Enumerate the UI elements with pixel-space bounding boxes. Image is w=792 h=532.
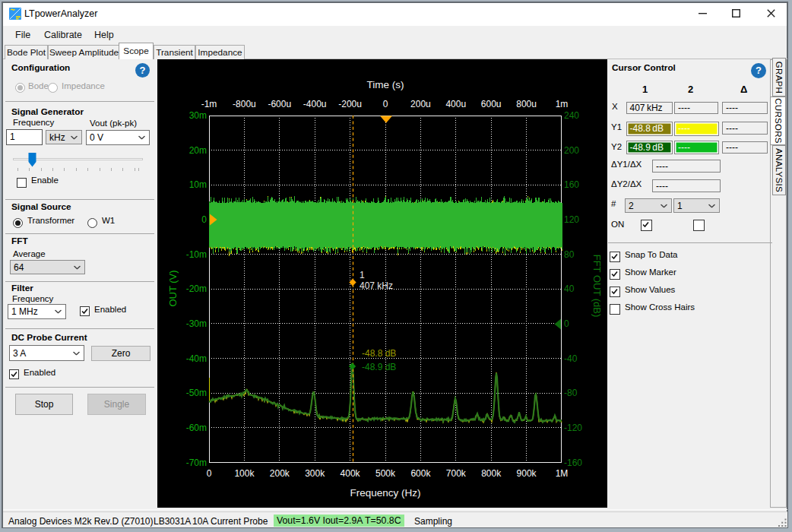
svg-text:-1m: -1m	[201, 99, 217, 109]
svg-text:Time (s): Time (s)	[367, 79, 404, 90]
svg-text:0: 0	[201, 214, 207, 225]
svg-text:-30m: -30m	[186, 318, 207, 329]
svg-text:300k: 300k	[305, 468, 325, 479]
svg-text:30m: 30m	[189, 110, 207, 121]
svg-text:FFT OUT (dB): FFT OUT (dB)	[591, 255, 603, 318]
svg-text:407 kHz: 407 kHz	[360, 280, 393, 291]
svg-text:-160: -160	[564, 458, 582, 468]
svg-text:-48.8 dB: -48.8 dB	[362, 348, 396, 359]
svg-text:200k: 200k	[270, 468, 290, 479]
svg-text:-80: -80	[564, 388, 578, 398]
svg-text:-120: -120	[564, 423, 582, 433]
svg-text:0: 0	[564, 318, 569, 329]
svg-text:100k: 100k	[234, 468, 255, 479]
svg-text:80: 80	[564, 249, 575, 260]
svg-text:1m: 1m	[556, 99, 569, 109]
svg-text:-400u: -400u	[303, 99, 327, 109]
svg-text:1: 1	[360, 270, 365, 280]
svg-text:800k: 800k	[481, 468, 502, 479]
svg-text:-50m: -50m	[186, 388, 207, 398]
svg-text:800u: 800u	[516, 99, 537, 109]
svg-text:700k: 700k	[446, 468, 467, 479]
svg-text:20m: 20m	[189, 145, 207, 156]
svg-text:200: 200	[564, 145, 579, 156]
svg-text:-40m: -40m	[186, 353, 207, 364]
svg-text:-60m: -60m	[186, 423, 207, 433]
svg-text:OUT (V): OUT (V)	[167, 270, 179, 306]
svg-text:-10m: -10m	[186, 249, 207, 260]
svg-text:400k: 400k	[341, 468, 361, 479]
svg-text:900k: 900k	[517, 468, 537, 479]
svg-text:240: 240	[564, 110, 579, 121]
svg-text:-600u: -600u	[268, 99, 291, 109]
svg-text:10m: 10m	[189, 179, 207, 190]
svg-text:40: 40	[564, 283, 575, 294]
svg-text:400u: 400u	[445, 99, 466, 109]
svg-text:Frequency (Hz): Frequency (Hz)	[350, 487, 420, 499]
svg-text:600u: 600u	[481, 99, 502, 109]
svg-text:500k: 500k	[375, 468, 396, 479]
svg-text:-70m: -70m	[186, 458, 207, 468]
svg-text:200u: 200u	[410, 99, 431, 109]
svg-text:600k: 600k	[410, 468, 431, 479]
svg-text:160: 160	[564, 179, 579, 190]
svg-text:-200u: -200u	[338, 99, 362, 109]
svg-text:0: 0	[207, 468, 212, 479]
svg-text:0: 0	[383, 99, 388, 109]
svg-text:120: 120	[564, 214, 579, 225]
svg-text:-48.9 dB: -48.9 dB	[362, 362, 396, 372]
svg-text:1M: 1M	[556, 468, 569, 479]
svg-text:-20m: -20m	[186, 283, 207, 294]
svg-text:-40: -40	[564, 353, 578, 364]
svg-text:-800u: -800u	[233, 99, 256, 109]
